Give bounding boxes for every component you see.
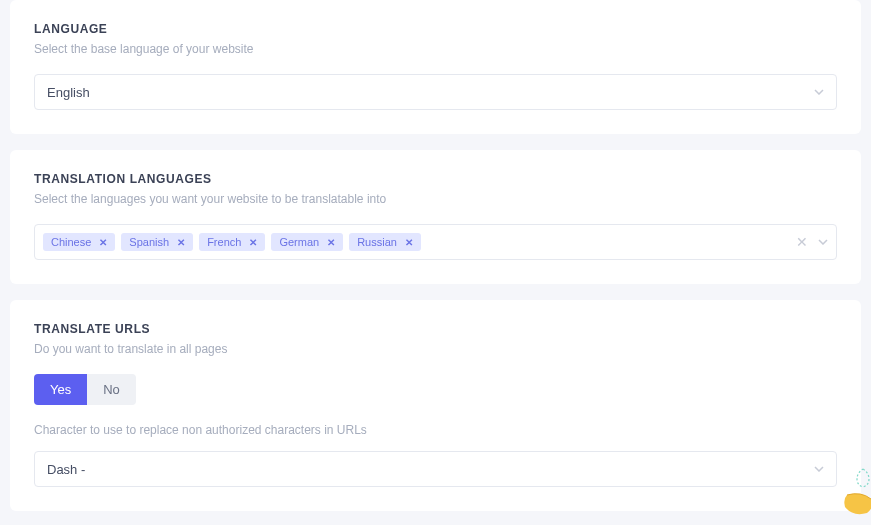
clear-all-icon[interactable]: ✕ — [796, 235, 808, 249]
url-character-value: Dash - — [47, 462, 85, 477]
remove-icon[interactable]: ✕ — [405, 237, 413, 248]
translation-title: TRANSLATION LANGUAGES — [34, 172, 837, 186]
translate-urls-desc1: Do you want to translate in all pages — [34, 342, 837, 356]
remove-icon[interactable]: ✕ — [249, 237, 257, 248]
remove-icon[interactable]: ✕ — [327, 237, 335, 248]
url-character-select[interactable]: Dash - — [34, 451, 837, 487]
yes-button[interactable]: Yes — [34, 374, 87, 405]
translation-languages-multiselect[interactable]: Chinese ✕ Spanish ✕ French ✕ German ✕ Ru… — [34, 224, 837, 260]
tag-russian[interactable]: Russian ✕ — [349, 233, 421, 251]
tag-spanish[interactable]: Spanish ✕ — [121, 233, 193, 251]
no-button[interactable]: No — [87, 374, 136, 405]
translate-urls-section: TRANSLATE URLS Do you want to translate … — [10, 300, 861, 511]
translation-desc: Select the languages you want your websi… — [34, 192, 837, 206]
translate-urls-desc2: Character to use to replace non authoriz… — [34, 423, 837, 437]
tag-label: Russian — [357, 236, 397, 248]
chevron-down-icon[interactable] — [818, 237, 828, 247]
tag-label: German — [279, 236, 319, 248]
multiselect-controls: ✕ — [796, 235, 828, 249]
tag-chinese[interactable]: Chinese ✕ — [43, 233, 115, 251]
chevron-down-icon — [814, 87, 824, 97]
tag-label: Chinese — [51, 236, 91, 248]
tag-label: Spanish — [129, 236, 169, 248]
translate-urls-toggle: Yes No — [34, 374, 136, 405]
tag-label: French — [207, 236, 241, 248]
language-title: LANGUAGE — [34, 22, 837, 36]
translation-section: TRANSLATION LANGUAGES Select the languag… — [10, 150, 861, 284]
language-desc: Select the base language of your website — [34, 42, 837, 56]
base-language-select[interactable]: English — [34, 74, 837, 110]
chevron-down-icon — [814, 464, 824, 474]
base-language-value: English — [47, 85, 90, 100]
tag-container: Chinese ✕ Spanish ✕ French ✕ German ✕ Ru… — [43, 233, 790, 251]
remove-icon[interactable]: ✕ — [177, 237, 185, 248]
language-section: LANGUAGE Select the base language of you… — [10, 0, 861, 134]
remove-icon[interactable]: ✕ — [99, 237, 107, 248]
tag-german[interactable]: German ✕ — [271, 233, 343, 251]
tag-french[interactable]: French ✕ — [199, 233, 265, 251]
translate-urls-title: TRANSLATE URLS — [34, 322, 837, 336]
